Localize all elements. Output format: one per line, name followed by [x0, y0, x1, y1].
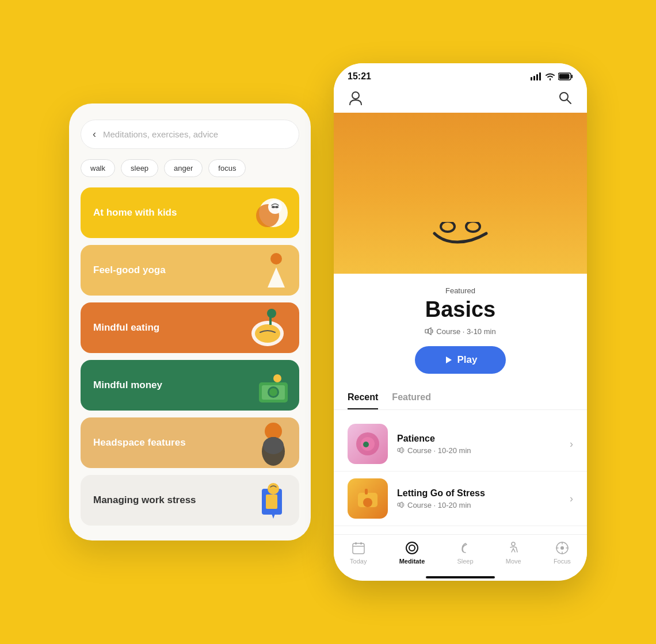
- svg-rect-25: [539, 72, 541, 80]
- search-icon[interactable]: [557, 90, 573, 106]
- phone-right: 15:21: [334, 63, 587, 581]
- play-button[interactable]: Play: [415, 346, 506, 374]
- featured-title: Basics: [350, 297, 571, 322]
- content-item-stress[interactable]: Letting Go of Stress Course · 10-20 min …: [334, 471, 587, 526]
- audio-icon: [425, 327, 434, 336]
- nav-meditate[interactable]: Meditate: [399, 540, 425, 565]
- home-indicator: [334, 576, 587, 581]
- content-meta-text-patience: Course · 10-20 min: [407, 446, 471, 455]
- scene: ‹ Meditations, exercises, advice walk sl…: [0, 0, 656, 644]
- nav-label-move: Move: [506, 558, 521, 565]
- svg-rect-40: [398, 448, 400, 451]
- status-time: 15:21: [348, 71, 371, 82]
- category-illustration-mindful-eating: [230, 302, 299, 353]
- search-bar-container[interactable]: ‹ Meditations, exercises, advice: [81, 120, 299, 149]
- svg-marker-46: [400, 502, 402, 508]
- svg-rect-20: [266, 494, 277, 509]
- svg-line-31: [567, 99, 571, 103]
- meditate-icon: [405, 540, 419, 555]
- svg-rect-34: [425, 329, 428, 333]
- category-illustration-headspace-features: [230, 417, 299, 468]
- play-icon: [444, 355, 453, 365]
- category-title-mindful-money: Mindful money: [93, 379, 162, 391]
- category-card-at-home-kids[interactable]: At home with kids: [81, 187, 299, 238]
- svg-rect-27: [559, 74, 570, 79]
- featured-meta: Course · 3-10 min: [350, 327, 571, 336]
- svg-point-32: [441, 222, 455, 232]
- category-card-mindful-eating[interactable]: Mindful eating: [81, 302, 299, 353]
- nav-label-focus: Focus: [554, 558, 571, 565]
- category-title-feel-good-yoga: Feel-good yoga: [93, 264, 166, 276]
- featured-label: Featured: [350, 286, 571, 295]
- svg-marker-41: [400, 447, 402, 453]
- content-thumb-stress: [348, 478, 388, 519]
- audio-icon-patience: [397, 446, 405, 454]
- svg-point-55: [560, 546, 564, 550]
- svg-marker-35: [428, 328, 431, 335]
- svg-rect-24: [536, 74, 538, 80]
- content-title-patience: Patience: [397, 434, 560, 444]
- svg-rect-23: [533, 76, 535, 80]
- svg-rect-49: [355, 542, 357, 545]
- profile-icon[interactable]: [348, 90, 364, 106]
- content-item-patience[interactable]: Patience Course · 10-20 min ›: [334, 417, 587, 471]
- signal-icon: [531, 72, 542, 80]
- nav-today[interactable]: Today: [350, 540, 367, 565]
- content-meta-stress: Course · 10-20 min: [397, 501, 560, 509]
- chip-anger[interactable]: anger: [164, 159, 203, 177]
- svg-rect-47: [353, 543, 364, 554]
- tab-recent[interactable]: Recent: [348, 386, 378, 409]
- battery-icon: [558, 72, 573, 80]
- chip-walk[interactable]: walk: [81, 159, 115, 177]
- nav-sleep[interactable]: Sleep: [457, 540, 473, 565]
- svg-rect-50: [360, 542, 362, 545]
- sleep-icon: [458, 540, 473, 555]
- audio-icon-stress: [397, 501, 405, 509]
- svg-point-14: [269, 388, 277, 396]
- svg-point-5: [270, 253, 282, 264]
- nav-label-sleep: Sleep: [457, 558, 473, 565]
- hero-section: [334, 113, 587, 274]
- category-illustration-mindful-money: [230, 360, 299, 411]
- svg-marker-36: [446, 356, 452, 363]
- nav-focus[interactable]: Focus: [554, 540, 571, 565]
- svg-point-53: [512, 542, 515, 546]
- svg-point-29: [352, 92, 359, 99]
- chip-focus[interactable]: focus: [208, 159, 246, 177]
- nav-move[interactable]: Move: [506, 540, 521, 565]
- category-title-headspace-features: Headspace features: [93, 437, 186, 448]
- svg-point-15: [273, 374, 281, 382]
- category-title-mindful-eating: Mindful eating: [93, 322, 159, 334]
- featured-meta-text: Course · 3-10 min: [436, 327, 495, 336]
- content-meta-text-stress: Course · 10-20 min: [407, 501, 471, 509]
- svg-rect-45: [398, 503, 400, 506]
- back-button[interactable]: ‹: [93, 128, 96, 140]
- today-icon: [351, 540, 366, 555]
- category-card-managing-work-stress[interactable]: Managing work stress: [81, 475, 299, 526]
- content-thumb-patience: [348, 424, 388, 464]
- bottom-nav: Today Meditate Sleep: [334, 534, 587, 576]
- status-icons: [531, 72, 573, 80]
- svg-marker-6: [268, 267, 285, 288]
- chevron-stress: ›: [570, 493, 573, 505]
- move-icon: [506, 540, 521, 555]
- chip-sleep[interactable]: sleep: [121, 159, 158, 177]
- category-card-mindful-money[interactable]: Mindful money: [81, 360, 299, 411]
- category-card-headspace-features[interactable]: Headspace features: [81, 417, 299, 468]
- content-list: Patience Course · 10-20 min ›: [334, 410, 587, 534]
- content-info-stress: Letting Go of Stress Course · 10-20 min: [397, 488, 560, 509]
- svg-point-51: [406, 542, 418, 554]
- phone-left: ‹ Meditations, exercises, advice walk sl…: [69, 103, 311, 540]
- nav-label-today: Today: [350, 558, 367, 565]
- category-illustration-managing-work-stress: [230, 475, 299, 526]
- content-meta-patience: Course · 10-20 min: [397, 446, 560, 455]
- svg-point-43: [363, 498, 372, 507]
- home-bar: [426, 576, 495, 578]
- tabs-section: Recent Featured: [334, 386, 587, 410]
- svg-rect-22: [531, 77, 532, 80]
- tab-featured[interactable]: Featured: [392, 386, 431, 409]
- svg-point-8: [255, 324, 280, 343]
- category-card-feel-good-yoga[interactable]: Feel-good yoga: [81, 245, 299, 296]
- patience-illustration: [353, 430, 382, 458]
- search-placeholder: Meditations, exercises, advice: [103, 129, 218, 139]
